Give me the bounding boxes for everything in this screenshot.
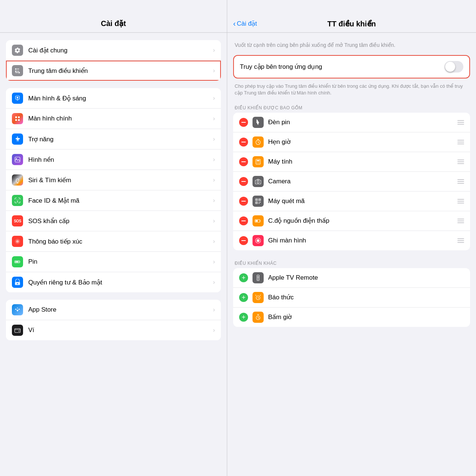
toggle-description: Cho phép truy cập vào Trung tâm điều khi… (233, 80, 470, 102)
svg-rect-5 (15, 73, 18, 73)
control-item-apple-tv[interactable]: Apple TV Remote (233, 268, 470, 288)
back-button[interactable]: ‹ Cài đặt (233, 19, 257, 28)
svg-rect-9 (15, 119, 17, 121)
other-controls-list: Apple TV Remote Báo thức Bấm giờ (233, 268, 470, 327)
pin-label: Pin (28, 258, 213, 266)
control-item-ghi-man-hinh[interactable]: Ghi màn hình (233, 231, 470, 250)
svg-point-31 (259, 162, 260, 163)
settings-item-siri[interactable]: Siri & Tìm kiếm › (6, 170, 221, 190)
drag-handle-low-power[interactable] (457, 219, 464, 223)
settings-item-hinh-nen[interactable]: Hình nền › (6, 149, 221, 170)
top-description: Vuốt từ cạnh trên cùng bên phải xuống để… (233, 39, 470, 55)
svg-point-23 (17, 283, 18, 284)
svg-rect-40 (256, 199, 257, 200)
control-item-bam-gio[interactable]: Bấm giờ (233, 308, 470, 327)
settings-item-vi[interactable]: Ví › (6, 320, 221, 340)
plus-button-bao-thuc[interactable] (239, 293, 248, 302)
control-item-may-quet-ma[interactable]: Máy quét mã (233, 192, 470, 211)
svg-point-6 (17, 97, 19, 99)
calculator-icon (253, 156, 264, 167)
man-hinh-chinh-label: Màn hình chính (28, 115, 213, 122)
display-icon (12, 93, 23, 104)
control-item-den-pin[interactable]: Đèn pin (233, 113, 470, 132)
screen-record-icon (253, 235, 264, 246)
settings-item-cai-dat-chung[interactable]: Cài đặt chung › (6, 40, 221, 61)
minus-button-den-pin[interactable] (239, 118, 248, 127)
control-item-bao-thuc[interactable]: Báo thức (233, 288, 470, 308)
settings-item-sos[interactable]: SOS SOS khẩn cấp › (6, 211, 221, 231)
bam-gio-label: Bấm giờ (268, 313, 464, 321)
control-item-hen-gio[interactable]: Hẹn giờ (233, 132, 470, 152)
face-id-icon (12, 195, 23, 206)
settings-item-man-hinh-chinh[interactable]: Màn hình chính › (6, 109, 221, 129)
accessibility-icon (12, 134, 23, 145)
chevron-icon-8: › (213, 197, 215, 204)
drag-handle-may-tinh[interactable] (457, 160, 464, 164)
settings-item-app-store[interactable]: App Store › (6, 300, 221, 320)
svg-point-46 (257, 239, 260, 242)
control-item-low-power[interactable]: C.độ nguồn điện thấp (233, 211, 470, 231)
flashlight-icon (253, 117, 264, 128)
trung-tam-label: Trung tâm điều khiển (28, 67, 213, 75)
svg-rect-2 (17, 69, 19, 70)
svg-point-29 (257, 162, 257, 163)
svg-point-0 (15, 68, 17, 70)
svg-point-33 (258, 163, 258, 164)
settings-item-face-id[interactable]: Face ID & Mật mã › (6, 190, 221, 211)
minus-button-low-power[interactable] (239, 216, 248, 225)
quyen-rieng-tu-label: Quyền riêng tư & Bảo mật (28, 279, 213, 286)
qr-scanner-icon (253, 196, 264, 207)
settings-item-quyen-rieng-tu[interactable]: Quyền riêng tư & Bảo mật › (6, 272, 221, 292)
battery-icon (12, 256, 23, 267)
settings-item-pin[interactable]: Pin › (6, 252, 221, 272)
chevron-icon-7: › (213, 177, 215, 183)
settings-group-2: Màn hình & Độ sáng › Màn hình chính › Tr… (6, 88, 221, 292)
drag-handle-hen-gio[interactable] (457, 140, 464, 144)
plus-button-bam-gio[interactable] (239, 313, 248, 322)
settings-item-thong-bao[interactable]: Thông báo tiếp xúc › (6, 231, 221, 252)
drag-handle-camera[interactable] (457, 179, 464, 184)
gear-icon (12, 45, 23, 56)
drag-handle-ghi-man-hinh[interactable] (457, 238, 464, 243)
chevron-icon-2: › (213, 67, 215, 74)
minus-button-camera[interactable] (239, 177, 248, 186)
chevron-icon-10: › (213, 238, 215, 245)
alarm-icon (253, 292, 264, 303)
svg-rect-10 (18, 119, 20, 121)
toggle-card[interactable]: Truy cập bên trong ứng dụng (233, 55, 470, 78)
svg-rect-3 (17, 71, 19, 72)
other-section-header: ĐIỀU KHIỂN KHÁC (233, 258, 470, 268)
settings-item-trung-tam[interactable]: Trung tâm điều khiển › (6, 61, 221, 81)
minus-button-hen-gio[interactable] (239, 138, 248, 147)
left-title: Cài đặt (101, 19, 126, 28)
camera-icon (253, 176, 264, 187)
apple-tv-label: Apple TV Remote (268, 274, 464, 282)
svg-rect-12 (15, 157, 20, 162)
minus-button-may-tinh[interactable] (239, 157, 248, 166)
control-item-camera[interactable]: Camera (233, 172, 470, 192)
sos-icon: SOS (12, 215, 23, 226)
svg-point-11 (17, 136, 18, 138)
chevron-icon-3: › (213, 95, 215, 102)
svg-rect-41 (259, 199, 260, 200)
chevron-icon-13: › (213, 306, 215, 313)
drag-handle-den-pin[interactable] (457, 120, 464, 125)
hen-gio-label: Hẹn giờ (268, 138, 457, 146)
minus-button-may-quet-ma[interactable] (239, 197, 248, 206)
svg-point-32 (257, 163, 257, 164)
svg-rect-24 (15, 329, 20, 333)
ghi-man-hinh-label: Ghi màn hình (268, 237, 457, 244)
control-item-may-tinh[interactable]: Máy tính (233, 152, 470, 172)
minus-button-ghi-man-hinh[interactable] (239, 236, 248, 245)
low-power-label: C.độ nguồn điện thấp (268, 217, 457, 225)
drag-handle-may-quet-ma[interactable] (457, 199, 464, 203)
siri-label: Siri & Tìm kiếm (28, 176, 213, 184)
settings-group-3: App Store › Ví › (6, 300, 221, 340)
chevron-icon-4: › (213, 115, 215, 122)
svg-point-14 (16, 178, 19, 183)
settings-item-tro-nang[interactable]: Trợ năng › (6, 129, 221, 149)
settings-item-man-hinh[interactable]: Màn hình & Độ sáng › (6, 88, 221, 109)
plus-button-apple-tv[interactable] (239, 273, 248, 282)
cai-dat-chung-label: Cài đặt chung (28, 46, 213, 54)
toggle-switch[interactable] (444, 61, 463, 73)
